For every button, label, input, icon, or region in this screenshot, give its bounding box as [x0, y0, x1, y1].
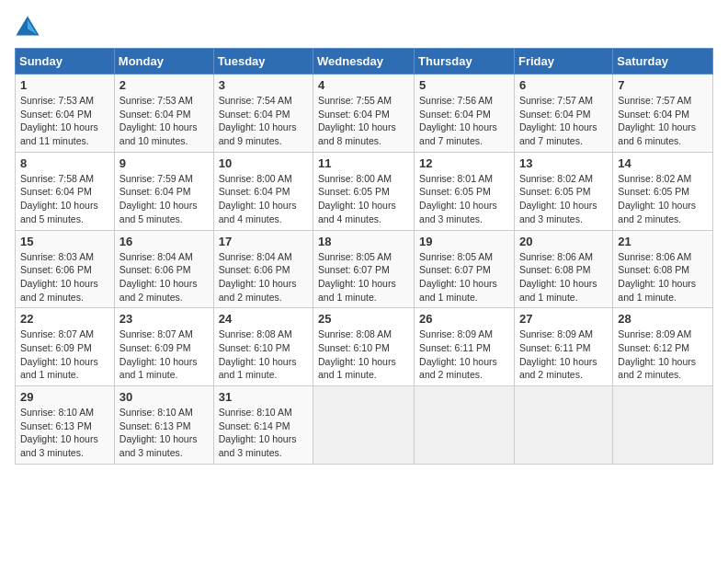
day-number: 17 — [219, 235, 308, 248]
calendar-cell: 3 Sunrise: 7:54 AMSunset: 6:04 PMDayligh… — [213, 75, 313, 153]
calendar-cell: 28 Sunrise: 8:09 AMSunset: 6:12 PMDaylig… — [613, 308, 713, 386]
day-number: 7 — [618, 78, 708, 92]
day-number: 26 — [419, 312, 509, 326]
calendar-cell: 8 Sunrise: 7:58 AMSunset: 6:04 PMDayligh… — [16, 152, 115, 230]
day-number: 15 — [20, 235, 109, 248]
calendar-cell: 1 Sunrise: 7:53 AMSunset: 6:04 PMDayligh… — [16, 75, 115, 153]
calendar-cell — [514, 386, 612, 465]
calendar-cell: 18 Sunrise: 8:05 AMSunset: 6:07 PMDaylig… — [313, 230, 415, 308]
day-info: Sunrise: 8:06 AMSunset: 6:08 PMDaylight:… — [519, 250, 608, 304]
calendar-cell: 2 Sunrise: 7:53 AMSunset: 6:04 PMDayligh… — [114, 75, 213, 153]
calendar-cell: 30 Sunrise: 8:10 AMSunset: 6:13 PMDaylig… — [114, 386, 213, 465]
calendar-cell: 27 Sunrise: 8:09 AMSunset: 6:11 PMDaylig… — [514, 308, 612, 386]
calendar-cell — [415, 386, 515, 465]
weekday-header-wednesday: Wednesday — [313, 49, 415, 75]
day-info: Sunrise: 7:58 AMSunset: 6:04 PMDaylight:… — [20, 172, 109, 226]
day-number: 4 — [318, 78, 409, 92]
calendar-cell: 11 Sunrise: 8:00 AMSunset: 6:05 PMDaylig… — [313, 152, 415, 230]
day-info: Sunrise: 8:02 AMSunset: 6:05 PMDaylight:… — [519, 172, 608, 226]
calendar-cell: 20 Sunrise: 8:06 AMSunset: 6:08 PMDaylig… — [514, 230, 612, 308]
day-info: Sunrise: 8:00 AMSunset: 6:04 PMDaylight:… — [219, 172, 308, 226]
calendar-table: SundayMondayTuesdayWednesdayThursdayFrid… — [15, 48, 713, 465]
day-number: 22 — [20, 312, 109, 326]
calendar-header: SundayMondayTuesdayWednesdayThursdayFrid… — [16, 49, 713, 75]
day-number: 24 — [219, 312, 308, 326]
day-info: Sunrise: 8:10 AMSunset: 6:13 PMDaylight:… — [20, 406, 109, 460]
day-info: Sunrise: 8:06 AMSunset: 6:08 PMDaylight:… — [618, 250, 708, 304]
day-info: Sunrise: 8:08 AMSunset: 6:10 PMDaylight:… — [219, 327, 308, 382]
day-number: 30 — [119, 390, 209, 404]
day-info: Sunrise: 8:05 AMSunset: 6:07 PMDaylight:… — [318, 250, 409, 304]
calendar-cell — [313, 386, 415, 465]
day-number: 1 — [20, 78, 109, 92]
weekday-header-sunday: Sunday — [16, 49, 115, 75]
day-number: 8 — [20, 156, 109, 170]
calendar-cell: 15 Sunrise: 8:03 AMSunset: 6:06 PMDaylig… — [16, 230, 115, 308]
weekday-header-monday: Monday — [114, 49, 213, 75]
day-number: 12 — [419, 156, 509, 170]
calendar-cell: 31 Sunrise: 8:10 AMSunset: 6:14 PMDaylig… — [213, 386, 313, 465]
day-number: 11 — [318, 156, 409, 170]
day-info: Sunrise: 7:54 AMSunset: 6:04 PMDaylight:… — [219, 94, 308, 148]
calendar-cell: 21 Sunrise: 8:06 AMSunset: 6:08 PMDaylig… — [613, 230, 713, 308]
day-info: Sunrise: 8:10 AMSunset: 6:14 PMDaylight:… — [219, 406, 308, 460]
day-number: 28 — [618, 312, 708, 326]
day-info: Sunrise: 7:55 AMSunset: 6:04 PMDaylight:… — [318, 94, 409, 148]
logo — [15, 15, 44, 40]
calendar-cell: 14 Sunrise: 8:02 AMSunset: 6:05 PMDaylig… — [613, 152, 713, 230]
day-info: Sunrise: 8:08 AMSunset: 6:10 PMDaylight:… — [318, 327, 409, 382]
day-number: 6 — [519, 78, 608, 92]
day-number: 3 — [219, 78, 308, 92]
day-info: Sunrise: 7:53 AMSunset: 6:04 PMDaylight:… — [119, 94, 209, 148]
day-info: Sunrise: 8:09 AMSunset: 6:12 PMDaylight:… — [618, 327, 708, 382]
day-number: 10 — [219, 156, 308, 170]
calendar-week-row: 8 Sunrise: 7:58 AMSunset: 6:04 PMDayligh… — [16, 152, 713, 230]
logo-icon — [15, 15, 40, 40]
weekday-header-friday: Friday — [514, 49, 612, 75]
day-number: 20 — [519, 235, 608, 248]
calendar-cell: 22 Sunrise: 8:07 AMSunset: 6:09 PMDaylig… — [16, 308, 115, 386]
day-number: 21 — [618, 235, 708, 248]
day-number: 31 — [219, 390, 308, 404]
day-info: Sunrise: 7:57 AMSunset: 6:04 PMDaylight:… — [519, 94, 608, 148]
day-info: Sunrise: 8:04 AMSunset: 6:06 PMDaylight:… — [219, 250, 308, 304]
day-info: Sunrise: 7:59 AMSunset: 6:04 PMDaylight:… — [119, 172, 209, 226]
weekday-header-saturday: Saturday — [613, 49, 713, 75]
day-number: 25 — [318, 312, 409, 326]
day-info: Sunrise: 8:01 AMSunset: 6:05 PMDaylight:… — [419, 172, 509, 226]
calendar-week-row: 1 Sunrise: 7:53 AMSunset: 6:04 PMDayligh… — [16, 75, 713, 153]
weekday-header-tuesday: Tuesday — [213, 49, 313, 75]
day-number: 9 — [119, 156, 209, 170]
day-info: Sunrise: 8:07 AMSunset: 6:09 PMDaylight:… — [20, 327, 109, 382]
day-info: Sunrise: 7:57 AMSunset: 6:04 PMDaylight:… — [618, 94, 708, 148]
calendar-cell: 4 Sunrise: 7:55 AMSunset: 6:04 PMDayligh… — [313, 75, 415, 153]
calendar-week-row: 29 Sunrise: 8:10 AMSunset: 6:13 PMDaylig… — [16, 386, 713, 465]
day-number: 5 — [419, 78, 509, 92]
day-info: Sunrise: 8:09 AMSunset: 6:11 PMDaylight:… — [519, 327, 608, 382]
day-info: Sunrise: 8:07 AMSunset: 6:09 PMDaylight:… — [119, 327, 209, 382]
day-info: Sunrise: 8:09 AMSunset: 6:11 PMDaylight:… — [419, 327, 509, 382]
day-number: 27 — [519, 312, 608, 326]
weekday-header-row: SundayMondayTuesdayWednesdayThursdayFrid… — [16, 49, 713, 75]
day-info: Sunrise: 7:56 AMSunset: 6:04 PMDaylight:… — [419, 94, 509, 148]
day-number: 16 — [119, 235, 209, 248]
calendar-cell: 5 Sunrise: 7:56 AMSunset: 6:04 PMDayligh… — [415, 75, 515, 153]
day-info: Sunrise: 8:04 AMSunset: 6:06 PMDaylight:… — [119, 250, 209, 304]
calendar-cell: 6 Sunrise: 7:57 AMSunset: 6:04 PMDayligh… — [514, 75, 612, 153]
calendar-cell: 16 Sunrise: 8:04 AMSunset: 6:06 PMDaylig… — [114, 230, 213, 308]
day-info: Sunrise: 8:00 AMSunset: 6:05 PMDaylight:… — [318, 172, 409, 226]
calendar-cell: 13 Sunrise: 8:02 AMSunset: 6:05 PMDaylig… — [514, 152, 612, 230]
day-number: 23 — [119, 312, 209, 326]
calendar-cell — [613, 386, 713, 465]
day-info: Sunrise: 8:10 AMSunset: 6:13 PMDaylight:… — [119, 406, 209, 460]
day-info: Sunrise: 8:03 AMSunset: 6:06 PMDaylight:… — [20, 250, 109, 304]
calendar-cell: 9 Sunrise: 7:59 AMSunset: 6:04 PMDayligh… — [114, 152, 213, 230]
weekday-header-thursday: Thursday — [415, 49, 515, 75]
day-number: 14 — [618, 156, 708, 170]
day-number: 29 — [20, 390, 109, 404]
page-header — [15, 15, 713, 40]
calendar-cell: 17 Sunrise: 8:04 AMSunset: 6:06 PMDaylig… — [213, 230, 313, 308]
day-number: 13 — [519, 156, 608, 170]
calendar-cell: 10 Sunrise: 8:00 AMSunset: 6:04 PMDaylig… — [213, 152, 313, 230]
day-number: 2 — [119, 78, 209, 92]
